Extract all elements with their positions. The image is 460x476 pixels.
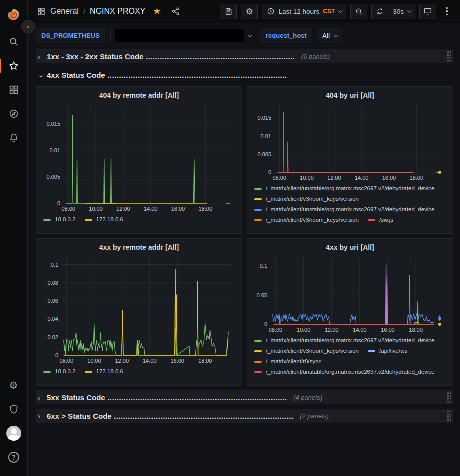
svg-text:08:00: 08:00 (269, 327, 283, 333)
kebab-menu-button[interactable] (440, 4, 453, 19)
dashboard-settings-button[interactable]: ⚙ (241, 4, 258, 19)
row-header-4xx[interactable]: ⌄ 4xx Status Code ......................… (36, 68, 453, 82)
svg-text:18:00: 18:00 (410, 175, 424, 181)
row-header-6xx[interactable]: › 6xx > Status Code ....................… (36, 409, 453, 423)
svg-text:0.06: 0.06 (48, 298, 58, 304)
row-title: 1xx - 3xx - 2xx Status Code (47, 52, 143, 61)
legend-item[interactable]: /_matrix/client/v3/room_keys/version (254, 194, 359, 204)
topbar: General / NGINX PROXY ★ ⚙ (28, 0, 460, 23)
breadcrumb-section[interactable]: General (50, 7, 79, 16)
time-series-chart[interactable]: 00.050.108:0010:0012:0014:0016:0018:00 (251, 252, 449, 334)
request-host-variable-label: request_host (260, 28, 312, 43)
row-header-5xx[interactable]: › 5xx Status Code ......................… (36, 390, 453, 404)
svg-text:0.01: 0.01 (50, 147, 60, 153)
configuration-gear-icon[interactable]: ⚙ (4, 375, 24, 395)
legend-item[interactable]: /_matrix/client/v3/room_keys/version (254, 346, 359, 356)
panel-title[interactable]: 404 by remote addr [All] (40, 90, 238, 100)
chevron-right-icon: › (38, 393, 47, 402)
time-range-label: Last 12 hours (278, 8, 319, 15)
help-icon[interactable]: ? (4, 447, 24, 467)
dashboard-content: DS_PROMETHEUS request_host All › 1xx - 3… (28, 23, 460, 476)
refresh-button[interactable] (371, 4, 388, 19)
legend-item[interactable]: /_matrix/client/unstable/org.matrix.msc2… (254, 183, 435, 194)
svg-text:14:00: 14:00 (355, 175, 369, 181)
panel-grid-row-2: 4xx by remote addr [All] 00.020.040.060.… (36, 238, 453, 386)
row-drag-handle[interactable] (447, 392, 452, 402)
legend-item[interactable]: 10.0.3.2 (43, 214, 76, 225)
legend-item[interactable]: /_matrix/client/unstable/org.matrix.msc2… (254, 204, 435, 215)
legend-item[interactable]: /_matrix/client/unstable/org.matrix.msc2… (254, 367, 435, 377)
svg-text:10:00: 10:00 (297, 327, 311, 333)
svg-text:0.015: 0.015 (257, 115, 271, 121)
legend-item[interactable]: /_matrix/client/r0/sync (254, 356, 321, 367)
row-panel-count: (4 panels) (293, 394, 322, 401)
legend-item[interactable]: /_matrix/client/v3/room_keys/version (254, 215, 359, 225)
request-host-variable-select[interactable]: All (317, 28, 342, 43)
legend-item[interactable]: /api/live/ws (368, 346, 407, 356)
time-series-chart[interactable]: 00.020.040.060.080.108:0010:0012:0014:00… (40, 252, 238, 365)
variables-bar: DS_PROMETHEUS request_host All (36, 28, 453, 43)
star-filled-icon[interactable]: ★ (153, 6, 161, 17)
row-leader-dots: ........................................… (114, 412, 294, 420)
sidebar: › ⚙ (0, 0, 28, 476)
row-drag-handle[interactable] (447, 51, 452, 61)
svg-text:16:00: 16:00 (170, 358, 184, 364)
grafana-logo[interactable] (4, 5, 24, 25)
legend-item[interactable]: /_matrix/client/unstable/org.matrix.msc2… (254, 335, 435, 346)
time-series-chart[interactable]: 00.0050.010.01508:0010:0012:0014:0016:00… (40, 100, 238, 213)
chevron-down-icon (248, 33, 252, 37)
timezone-label: CST (323, 8, 335, 15)
refresh-interval-label: 30s (393, 8, 404, 15)
row-leader-dots: ........................................… (107, 393, 287, 402)
share-icon[interactable] (171, 7, 180, 16)
time-series-chart[interactable]: 00.0050.010.01508:0010:0012:0014:0016:00… (251, 100, 449, 182)
chevron-down-icon (338, 8, 342, 12)
time-range-picker[interactable]: Last 12 hours CST (262, 4, 346, 19)
panel-4xx-by-remote-addr: 4xx by remote addr [All] 00.020.040.060.… (36, 238, 242, 386)
clock-icon (267, 7, 275, 15)
refresh-interval-picker[interactable]: 30s (388, 4, 415, 19)
dashboard-grid-icon (37, 7, 46, 16)
legend-item[interactable]: 172.18.0.6 (85, 366, 123, 377)
panel-title[interactable]: 4xx by remote addr [All] (40, 242, 238, 252)
svg-text:0.01: 0.01 (261, 133, 271, 139)
legend-item[interactable]: 172.18.0.6 (85, 214, 123, 225)
datasource-variable-select[interactable] (110, 28, 255, 43)
svg-text:10:00: 10:00 (300, 175, 314, 181)
zoom-out-button[interactable] (350, 4, 367, 19)
chevron-down-icon (407, 8, 411, 12)
sidebar-expand-button[interactable]: › (21, 20, 35, 33)
row-title: 4xx Status Code (47, 71, 105, 79)
row-drag-handle[interactable] (447, 411, 452, 421)
alerting-bell-icon[interactable] (4, 128, 24, 148)
panel-legend: /_matrix/client/unstable/org.matrix.msc2… (251, 334, 449, 383)
panel-404-by-remote-addr: 404 by remote addr [All] 00.0050.010.015… (36, 86, 242, 234)
dashboards-icon[interactable] (4, 80, 24, 100)
row-header-1xx-3xx-2xx[interactable]: › 1xx - 3xx - 2xx Status Code ..........… (36, 49, 453, 63)
svg-text:0.005: 0.005 (257, 151, 271, 157)
legend-item[interactable]: 10.0.3.2 (43, 366, 76, 377)
svg-text:10:00: 10:00 (87, 358, 101, 364)
panel-title[interactable]: 404 by uri [All] (251, 90, 449, 100)
legend-item[interactable]: /sw.js (368, 215, 393, 225)
explore-compass-icon[interactable] (4, 104, 24, 124)
breadcrumb-separator: / (83, 7, 85, 16)
svg-text:14:00: 14:00 (144, 206, 158, 212)
svg-text:0.08: 0.08 (48, 280, 58, 286)
starred-dashboards-icon[interactable] (4, 56, 24, 76)
svg-text:0.02: 0.02 (48, 334, 58, 340)
svg-text:16:00: 16:00 (382, 175, 396, 181)
panel-title[interactable]: 4xx by uri [All] (251, 242, 449, 252)
tv-mode-button[interactable] (419, 4, 436, 19)
search-icon[interactable] (4, 32, 24, 52)
svg-text:0.05: 0.05 (257, 292, 267, 298)
server-admin-shield-icon[interactable] (4, 399, 24, 419)
user-avatar[interactable] (4, 423, 24, 443)
svg-text:12:00: 12:00 (116, 206, 130, 212)
svg-text:0.015: 0.015 (46, 121, 60, 127)
breadcrumb: General / NGINX PROXY ★ (37, 6, 180, 17)
refresh-group: 30s (371, 4, 415, 19)
save-dashboard-button[interactable] (220, 4, 237, 19)
svg-text:12:00: 12:00 (325, 327, 339, 333)
chevron-right-icon: › (38, 412, 47, 420)
